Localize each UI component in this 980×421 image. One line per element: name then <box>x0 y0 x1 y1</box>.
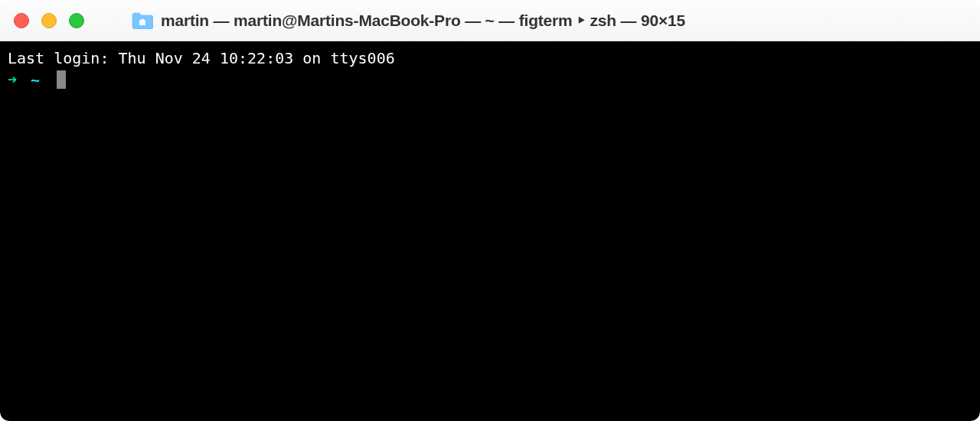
prompt-arrow-icon: ➜ <box>8 69 17 90</box>
window-title: martin — martin@Martins-MacBook-Pro — ~ … <box>161 11 685 30</box>
title-group: martin — martin@Martins-MacBook-Pro — ~ … <box>132 11 685 30</box>
cursor <box>57 70 66 89</box>
terminal-body[interactable]: Last login: Thu Nov 24 10:22:03 on ttys0… <box>0 41 980 421</box>
last-login-line: Last login: Thu Nov 24 10:22:03 on ttys0… <box>8 47 972 69</box>
maximize-button[interactable] <box>69 13 84 28</box>
close-button[interactable] <box>14 13 29 28</box>
prompt-cwd: ~ <box>31 69 40 90</box>
prompt-line: ➜ ~ <box>8 69 972 90</box>
terminal-window: martin — martin@Martins-MacBook-Pro — ~ … <box>0 0 980 421</box>
traffic-lights <box>14 13 84 28</box>
titlebar[interactable]: martin — martin@Martins-MacBook-Pro — ~ … <box>0 0 980 41</box>
home-folder-icon <box>132 12 153 29</box>
minimize-button[interactable] <box>41 13 57 28</box>
